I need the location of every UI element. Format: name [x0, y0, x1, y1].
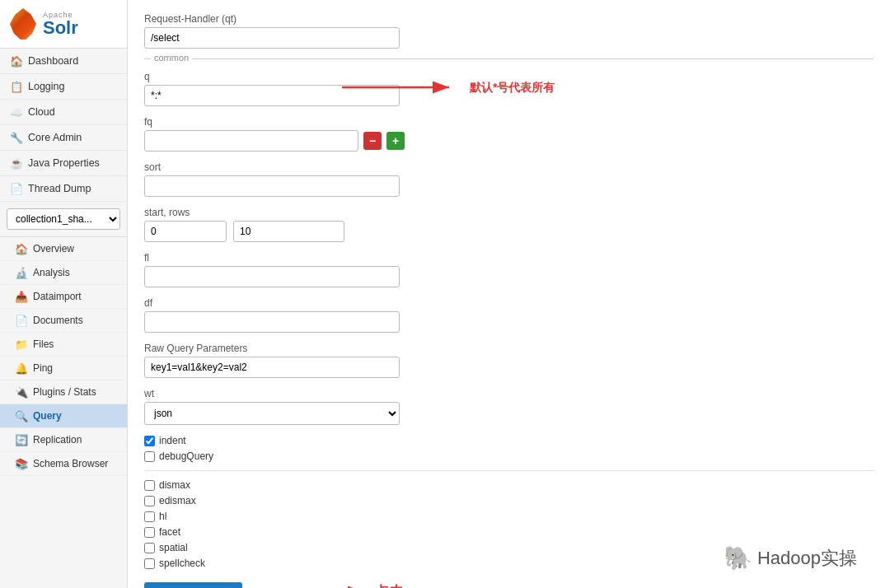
sidebar-item-ping[interactable]: 🔔 Ping [0, 357, 127, 380]
analysis-label: Analysis [33, 267, 70, 278]
fq-label: fq [144, 116, 874, 128]
main-content: Request-Handler (qt) common q 默认*号代表所有 f… [128, 0, 890, 588]
dismax-row: dismax [144, 479, 874, 491]
spellcheck-row: spellcheck [144, 558, 874, 569]
fl-input[interactable] [144, 266, 400, 287]
indent-row: indent [144, 435, 874, 446]
q-input[interactable] [144, 85, 400, 106]
replication-icon: 🔄 [15, 433, 28, 446]
dashboard-label: Dashboard [28, 55, 78, 67]
wt-select[interactable]: json xml python ruby php csv [144, 402, 400, 425]
section-divider [144, 470, 874, 471]
start-rows-inputs [144, 221, 874, 242]
sidebar-item-thread-dump[interactable]: 📄 Thread Dump [0, 176, 127, 202]
spatial-label: spatial [159, 542, 188, 553]
debug-query-row: debugQuery [144, 450, 874, 462]
dashboard-icon: 🏠 [10, 54, 23, 68]
sidebar: Apache Solr 🏠 Dashboard 📋 Logging ☁️ Clo… [0, 0, 128, 588]
logo-area: Apache Solr [0, 0, 127, 49]
cloud-label: Cloud [28, 106, 55, 118]
sidebar-item-core-admin[interactable]: 🔧 Core Admin [0, 125, 127, 151]
sidebar-item-plugins-stats[interactable]: 🔌 Plugins / Stats [0, 380, 127, 404]
q-row: q 默认*号代表所有 [144, 71, 874, 106]
rows-input[interactable] [233, 221, 344, 242]
fq-add-button[interactable]: + [386, 132, 405, 150]
dismax-checkbox[interactable] [144, 480, 155, 491]
sort-row: sort [144, 161, 874, 197]
sidebar-item-overview[interactable]: 🏠 Overview [0, 237, 127, 261]
schema-browser-label: Schema Browser [33, 458, 108, 469]
sidebar-item-java-properties[interactable]: ☕ Java Properties [0, 151, 127, 176]
sidebar-item-documents[interactable]: 📄 Documents [0, 309, 127, 333]
wt-label: wt [144, 388, 874, 399]
sidebar-item-query[interactable]: 🔍 Query [0, 404, 127, 428]
df-input[interactable] [144, 311, 400, 333]
df-row: df [144, 297, 874, 333]
hl-label: hl [159, 511, 166, 522]
fq-row: fq − + [144, 116, 874, 152]
request-handler-row: Request-Handler (qt) [144, 13, 874, 49]
sidebar-item-dashboard[interactable]: 🏠 Dashboard [0, 49, 127, 74]
facet-checkbox[interactable] [144, 527, 155, 538]
common-section: common [144, 58, 874, 59]
request-handler-input[interactable] [144, 27, 400, 49]
q-annotation: 默认*号代表所有 [470, 81, 555, 96]
query-icon: 🔍 [15, 409, 28, 422]
edismax-checkbox[interactable] [144, 496, 155, 506]
logo-text: Apache Solr [43, 12, 78, 37]
fq-remove-button[interactable]: − [363, 132, 382, 150]
dataimport-icon: 📥 [15, 290, 28, 303]
hl-checkbox[interactable] [144, 511, 155, 522]
files-icon: 📁 [15, 338, 28, 351]
debug-query-checkbox[interactable] [144, 451, 155, 462]
sidebar-item-replication[interactable]: 🔄 Replication [0, 428, 127, 452]
spellcheck-checkbox[interactable] [144, 558, 155, 569]
files-label: Files [33, 338, 54, 350]
dismax-label: dismax [159, 479, 190, 491]
edismax-row: edismax [144, 495, 874, 506]
sidebar-item-dataimport[interactable]: 📥 Dataimport [0, 285, 127, 309]
facet-row: facet [144, 526, 874, 538]
dataimport-label: Dataimport [33, 291, 82, 302]
raw-query-input[interactable] [144, 357, 400, 378]
collection-select-wrap: collection1_sha... [0, 202, 127, 237]
indent-label: indent [159, 435, 186, 446]
sidebar-item-logging[interactable]: 📋 Logging [0, 74, 127, 100]
logging-icon: 📋 [10, 80, 23, 93]
plugins-stats-label: Plugins / Stats [33, 386, 96, 398]
sidebar-item-schema-browser[interactable]: 📚 Schema Browser [0, 452, 127, 476]
query-label: Query [33, 410, 62, 422]
schema-browser-icon: 📚 [15, 457, 28, 470]
sidebar-item-files[interactable]: 📁 Files [0, 333, 127, 357]
start-rows-row: start, rows [144, 207, 874, 242]
wt-row: wt json xml python ruby php csv [144, 388, 874, 425]
fl-row: fl [144, 252, 874, 287]
java-properties-icon: ☕ [10, 156, 23, 170]
sidebar-item-analysis[interactable]: 🔬 Analysis [0, 261, 127, 285]
collection-select[interactable]: collection1_sha... [7, 208, 120, 230]
overview-icon: 🏠 [15, 242, 28, 255]
fl-label: fl [144, 252, 874, 264]
thread-dump-icon: 📄 [10, 182, 23, 195]
indent-checkbox[interactable] [144, 436, 155, 446]
spellcheck-label: spellcheck [159, 558, 205, 569]
start-input[interactable] [144, 221, 227, 242]
sidebar-item-cloud[interactable]: ☁️ Cloud [0, 100, 127, 125]
cloud-icon: ☁️ [10, 105, 23, 119]
execute-row: Execute Query 点击 [144, 576, 874, 588]
fq-input[interactable] [144, 130, 358, 152]
logo-solr: Solr [43, 19, 78, 37]
raw-query-row: Raw Query Parameters [144, 343, 874, 378]
logging-label: Logging [28, 81, 65, 92]
plugins-icon: 🔌 [15, 385, 28, 399]
execute-query-button[interactable]: Execute Query [144, 582, 242, 589]
sort-input[interactable] [144, 175, 400, 197]
request-handler-label: Request-Handler (qt) [144, 13, 874, 25]
execute-arrow [242, 576, 374, 588]
spatial-checkbox[interactable] [144, 543, 155, 553]
edismax-label: edismax [159, 495, 196, 506]
start-rows-label: start, rows [144, 207, 874, 218]
q-label: q [144, 71, 874, 82]
debug-query-label: debugQuery [159, 450, 213, 462]
overview-label: Overview [33, 243, 74, 254]
